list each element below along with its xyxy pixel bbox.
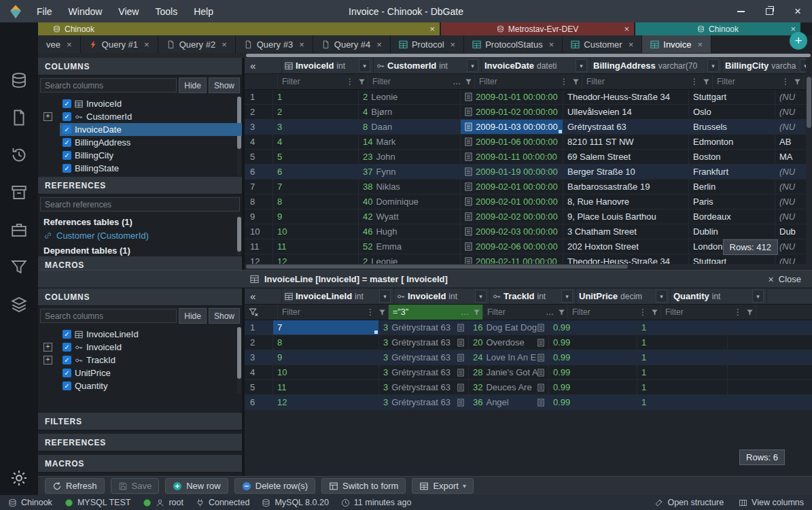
data-cell[interactable]: 10 — [273, 365, 379, 379]
data-cell[interactable]: 9 — [273, 350, 379, 364]
data-cell[interactable]: 3Grétrystraat 63 — [379, 320, 469, 335]
tab-group-close-icon[interactable]: × — [429, 24, 435, 34]
data-cell[interactable]: Ullevålsveien 14 — [563, 105, 689, 119]
grid-collapse-button[interactable]: « — [245, 58, 282, 73]
data-cell[interactable]: 2009-01-19 00:00:00 — [461, 165, 563, 179]
row-number[interactable]: 10 — [245, 224, 273, 239]
scrollbar-thumb[interactable] — [807, 77, 811, 128]
data-cell[interactable]: 6 — [273, 165, 359, 179]
filter-more-button[interactable]: ⋮ — [637, 307, 649, 317]
macros-section-header[interactable]: MACROS — [38, 256, 242, 270]
column-dropdown-icon[interactable]: ▾ — [475, 290, 487, 303]
column-checkbox[interactable]: ✓ — [63, 138, 71, 147]
tab-close-icon[interactable]: × — [299, 39, 304, 50]
filter-input-invoicedate[interactable]: Filter⋮ — [475, 74, 582, 89]
refresh-button[interactable]: Refresh — [45, 478, 105, 494]
data-cell[interactable]: Barbarossastraße 19 — [563, 180, 689, 194]
status-mysql-test[interactable]: MYSQL TEST — [65, 498, 131, 507]
row-number[interactable]: 1 — [245, 90, 273, 104]
data-cell[interactable]: 36Angel — [469, 395, 549, 409]
data-cell[interactable]: 7 — [273, 320, 379, 335]
status-11-minutes-ago[interactable]: 11 minutes ago — [341, 498, 412, 507]
column-header-billingaddress[interactable]: BillingAddressvarchar(70▾ — [590, 58, 722, 73]
detail-column-item-trackid[interactable]: +✓TrackId — [60, 354, 242, 367]
tab-group-metrostav-evr-dev[interactable]: Metrostav-Evr-DEV× — [441, 22, 634, 35]
menu-help[interactable]: Help — [186, 0, 222, 22]
tab-vee[interactable]: vee× — [38, 35, 81, 53]
filter-funnel-button[interactable] — [744, 309, 756, 316]
row-number[interactable]: 11 — [245, 239, 273, 254]
show-button[interactable]: Show — [209, 308, 240, 324]
sidebar-database-icon[interactable] — [10, 71, 28, 89]
column-header-trackid[interactable]: TrackIdint▾ — [490, 288, 576, 304]
column-dropdown-icon[interactable]: ▾ — [359, 59, 370, 72]
filter-input-customerid[interactable]: Filter… — [368, 74, 475, 89]
sidebar-briefcase-icon[interactable] — [10, 221, 28, 239]
columns-section-header[interactable]: COLUMNS — [38, 288, 242, 306]
data-cell[interactable]: Dublin — [689, 224, 775, 239]
data-cell[interactable]: 2009-01-01 00:00:00 — [461, 90, 563, 104]
data-cell[interactable]: 4Bjørn — [359, 105, 461, 119]
columns-search-input[interactable] — [40, 78, 177, 92]
data-cell[interactable]: 0.99 — [549, 395, 637, 409]
tab-close-icon[interactable]: × — [222, 39, 227, 50]
master-column-item-billingcity[interactable]: ✓BillingCity — [60, 149, 242, 162]
restore-button[interactable] — [755, 0, 783, 22]
row-number[interactable]: 3 — [245, 120, 273, 134]
filter-funnel-button[interactable] — [701, 78, 712, 86]
data-cell[interactable]: 1 — [273, 90, 359, 104]
data-cell[interactable]: 0.99 — [549, 320, 637, 335]
data-cell[interactable]: 202 Hoxton Street — [563, 239, 689, 254]
filter-input-trackid[interactable]: Filter… — [483, 305, 568, 320]
data-cell[interactable]: 3 — [273, 120, 359, 134]
detail-column-item-invoicelineid[interactable]: ✓InvoiceLineId — [60, 328, 242, 341]
data-cell[interactable]: 1 — [637, 350, 728, 364]
data-cell[interactable]: 37Fynn — [359, 165, 461, 179]
filter-funnel-button[interactable] — [356, 78, 368, 86]
filter-input-quantity[interactable]: Filter⋮ — [661, 305, 756, 320]
references-section-header[interactable]: REFERENCES — [38, 177, 242, 194]
filter-input-billingaddress[interactable]: Filter⋮ — [582, 74, 713, 89]
row-number[interactable]: 4 — [245, 365, 273, 379]
menu-file[interactable]: File — [29, 0, 60, 22]
reference-link-customer[interactable]: Customer (CustomerId) — [38, 228, 242, 243]
data-cell[interactable]: Stuttgart — [689, 90, 775, 104]
column-dropdown-icon[interactable]: ▾ — [467, 59, 478, 72]
filter-funnel-button[interactable] — [463, 78, 474, 86]
filter-funnel-button[interactable] — [570, 78, 582, 86]
data-cell[interactable]: 1 — [637, 320, 728, 335]
sidebar-archive-icon[interactable] — [10, 184, 28, 201]
column-dropdown-icon[interactable]: ▾ — [707, 59, 719, 72]
data-cell[interactable]: 0.99 — [549, 380, 637, 394]
expand-toggle-icon[interactable]: + — [43, 343, 52, 352]
data-cell[interactable]: 10 — [273, 224, 359, 239]
filter-more-button[interactable]: ⋮ — [558, 77, 570, 86]
filter-more-button[interactable]: … — [451, 77, 463, 86]
column-header-invoiceid[interactable]: InvoiceIdint▾ — [394, 288, 490, 304]
scrollbar-thumb[interactable] — [246, 265, 628, 269]
sidebar-file-icon[interactable] — [10, 109, 28, 126]
data-cell[interactable]: 28Janie's Got A — [469, 365, 549, 379]
tab-close-icon[interactable]: × — [376, 39, 382, 50]
data-cell[interactable]: 38Niklas — [359, 180, 461, 194]
menu-window[interactable]: Window — [60, 0, 111, 22]
data-cell[interactable]: 7 — [273, 180, 359, 194]
macros-section-header[interactable]: MACROS — [38, 455, 242, 473]
columns-section-header[interactable]: COLUMNS — [38, 58, 242, 75]
menu-tools[interactable]: Tools — [147, 0, 186, 22]
row-number[interactable]: 8 — [245, 194, 273, 209]
filter-input-invoicelineid[interactable]: Filter⋮ — [278, 305, 389, 320]
data-cell[interactable]: 2009-01-03 00:00:00 — [461, 120, 563, 134]
data-cell[interactable]: 2009-02-03 00:00:00 — [461, 224, 563, 239]
row-number[interactable]: 6 — [245, 395, 273, 409]
filter-input-invoiceid[interactable]: Filter⋮ — [278, 74, 368, 89]
row-number[interactable]: 7 — [245, 180, 273, 194]
master-column-item-billingaddress[interactable]: ✓BillingAddress — [60, 136, 242, 149]
scrollbar-thumb[interactable] — [237, 217, 241, 252]
filter-input-invoiceid[interactable]: ="3"… — [389, 305, 483, 320]
data-cell[interactable]: 2009-02-01 00:00:00 — [461, 180, 563, 194]
hide-button[interactable]: Hide — [179, 78, 207, 93]
column-checkbox[interactable]: ✓ — [63, 164, 71, 173]
sidebar-history-icon[interactable] — [10, 146, 28, 164]
data-cell[interactable]: 8 — [273, 335, 379, 350]
